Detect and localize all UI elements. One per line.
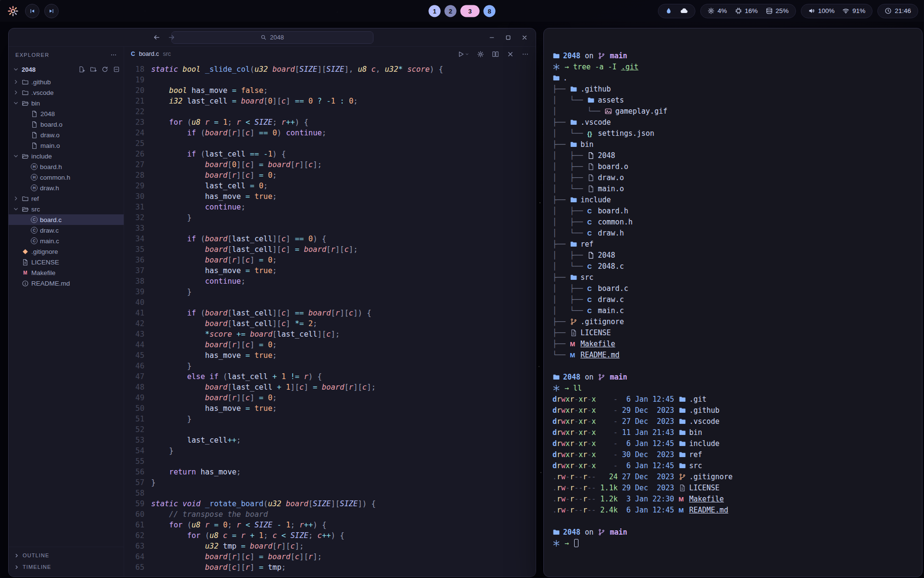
chev-right-icon: [13, 195, 19, 202]
new-folder-button[interactable]: [90, 66, 97, 73]
chevron-right-icon: [13, 552, 20, 559]
tree-item-label: draw.o: [40, 131, 60, 139]
explorer-item--gitignore[interactable]: .gitignore: [9, 246, 124, 257]
clock-value: 21:46: [895, 7, 911, 14]
line-number: 32: [124, 212, 144, 223]
editor-main: C board.c src 18static bool _slide_col(u…: [124, 47, 536, 577]
line-number: 22: [124, 106, 144, 117]
code-line: 22: [124, 106, 536, 117]
top-bar-right: 4%16%25% 100%91% 21:46: [658, 4, 918, 18]
media-prev-button[interactable]: [25, 4, 39, 18]
terminal-window[interactable]: 2048 on main → tree -a -I .git.├── .gith…: [543, 28, 923, 577]
close-icon: [521, 34, 528, 41]
code-line: 53 last_cell++;: [124, 435, 536, 446]
file-icon: [587, 251, 595, 259]
run-button[interactable]: [457, 51, 469, 58]
explorer-root-row[interactable]: 2048: [9, 63, 124, 76]
explorer-footer: OUTLINE TIMELINE: [9, 547, 124, 577]
breadcrumb-file[interactable]: board.c: [139, 51, 159, 57]
explorer-item-license[interactable]: LICENSE: [9, 257, 124, 267]
line-number: 33: [124, 223, 144, 234]
outline-section-header[interactable]: OUTLINE: [9, 550, 124, 561]
code-line: 44 board[r][c] = 0;: [124, 340, 536, 350]
explorer-item-readme-md[interactable]: README.md: [9, 278, 124, 289]
code-line: 28 board[r][c] = 0;: [124, 170, 536, 181]
breadcrumb-folder[interactable]: src: [163, 51, 171, 57]
workspace-pill-3[interactable]: 3: [461, 5, 480, 17]
folder-o-icon: [22, 79, 29, 86]
explorer-item-board-h[interactable]: Hboard.h: [9, 161, 124, 172]
explorer-item-main-o[interactable]: main.o: [9, 140, 124, 151]
system-stats-widget[interactable]: 4%16%25%: [700, 4, 796, 18]
nav-back-button[interactable]: [153, 34, 160, 41]
explorer-item-draw-h[interactable]: Hdraw.h: [9, 183, 124, 193]
more-actions-button[interactable]: [522, 51, 529, 58]
explorer-item-draw-c[interactable]: Cdraw.c: [9, 225, 124, 236]
command-center-search[interactable]: 2048: [171, 31, 373, 44]
collapse-all-button[interactable]: [113, 66, 120, 73]
wifi-value: 91%: [852, 7, 865, 14]
explorer-item--vscode[interactable]: .vscode: [9, 87, 124, 98]
line-number: 34: [124, 234, 144, 244]
explorer-item-board-o[interactable]: board.o: [9, 119, 124, 130]
maximize-button[interactable]: [505, 34, 512, 41]
terminal-ll-line: drwxr-xr-x - 6 Jan 12:45 include: [552, 438, 915, 449]
launcher-button[interactable]: [6, 4, 20, 18]
workspace-pill-2[interactable]: 2: [445, 5, 457, 17]
explorer-item--github[interactable]: .github: [9, 77, 124, 87]
line-number: 39: [124, 287, 144, 297]
timeline-section-header[interactable]: TIMELINE: [9, 561, 124, 573]
folder-icon: [570, 141, 578, 148]
code-line: 50 has_move = true;: [124, 403, 536, 414]
close-button[interactable]: [521, 34, 528, 41]
makefile-icon: M: [22, 270, 29, 276]
code-line: 26 if (last_cell == -1) {: [124, 149, 536, 159]
explorer-item-bin[interactable]: bin: [9, 98, 124, 108]
tree-item-label: README.md: [31, 280, 70, 287]
explorer-item-makefile[interactable]: MMakefile: [9, 267, 124, 278]
clock-widget[interactable]: 21:46: [877, 4, 918, 18]
markdown-icon: M: [570, 350, 580, 361]
tree-item-label: board.c: [40, 216, 62, 223]
explorer-item-src[interactable]: src: [9, 204, 124, 214]
workspace-pill-1[interactable]: 1: [429, 5, 441, 17]
new-file-button[interactable]: [78, 66, 85, 73]
explorer-item-main-c[interactable]: Cmain.c: [9, 236, 124, 246]
file-icon: [31, 142, 38, 149]
folder-icon: [570, 85, 578, 93]
nav-history: [153, 34, 175, 41]
tree-item-label: Makefile: [31, 269, 55, 276]
more-icon[interactable]: [110, 52, 117, 58]
line-number: 49: [124, 393, 144, 403]
explorer-header[interactable]: EXPLORER: [9, 47, 124, 63]
explorer-item-draw-o[interactable]: draw.o: [9, 130, 124, 140]
terminal-tree-line: │ └── main.o: [552, 184, 915, 195]
folder-o-icon: [22, 195, 29, 202]
branch-icon: [570, 318, 578, 326]
close-editor-button[interactable]: [507, 51, 514, 58]
explorer-item-include[interactable]: include: [9, 151, 124, 161]
refresh-button[interactable]: [102, 66, 108, 73]
code-editor[interactable]: 18static bool _slide_col(u32 board[SIZE]…: [124, 61, 536, 577]
code-line: 54 }: [124, 446, 536, 456]
line-number: 61: [124, 520, 144, 530]
wifi-icon: [842, 7, 849, 14]
media-next-button[interactable]: [44, 4, 59, 18]
file-icon: [587, 185, 595, 193]
editor-settings-button[interactable]: [477, 51, 484, 58]
nav-forward-button[interactable]: [168, 34, 175, 41]
code-line: 63 u32 tmp = board[r][c];: [124, 541, 536, 552]
explorer-item-common-h[interactable]: Hcommon.h: [9, 172, 124, 183]
explorer-item-ref[interactable]: ref: [9, 193, 124, 204]
snow-icon: [552, 539, 560, 547]
workspace-pill-8[interactable]: 8: [484, 5, 496, 17]
line-number: 50: [124, 403, 144, 414]
weather-widget[interactable]: [658, 4, 695, 18]
collapse-all-icon: [113, 66, 120, 73]
minimize-button[interactable]: [488, 34, 495, 41]
explorer-item-board-c[interactable]: Cboard.c: [9, 214, 124, 225]
audio-network-widget[interactable]: 100%91%: [801, 4, 873, 18]
split-editor-button[interactable]: [492, 51, 499, 58]
line-number: 59: [124, 499, 144, 509]
explorer-item-2048[interactable]: 2048: [9, 108, 124, 119]
